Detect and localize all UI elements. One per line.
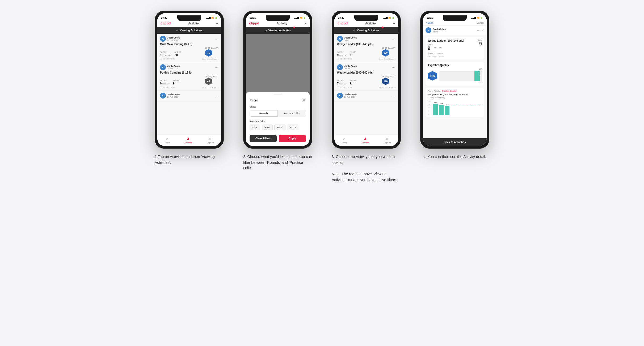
- score-group-1-2: Score 0 OUT OF: [160, 80, 169, 85]
- capture-label-1: Capture: [207, 142, 214, 144]
- activity-card-1-2[interactable]: JC Josh Coles 28 Feb 2023 ··· Putting Co…: [157, 62, 221, 91]
- rounds-toggle-2[interactable]: Rounds: [250, 110, 278, 117]
- activity-card-1-1[interactable]: JC Josh Coles 28 Feb 2023 ··· Must Make …: [157, 34, 221, 62]
- cancel-button-4[interactable]: Cancel: [477, 22, 484, 24]
- card-user-1-3: JC Josh Coles 28 Feb 2023: [160, 93, 180, 99]
- app-logo-3: clippd: [338, 21, 348, 25]
- more-dots-1-3[interactable]: ···: [215, 94, 218, 98]
- user-name-3-2: Josh Coles: [344, 65, 357, 67]
- putt-btn-2[interactable]: PUTT: [287, 125, 299, 130]
- more-dots-1-1[interactable]: ···: [215, 37, 218, 41]
- viewing-bar-2[interactable]: ⚙ Viewing Activities: [246, 27, 310, 34]
- activity-card-1-3[interactable]: JC Josh Coles 28 Feb 2023 ···: [157, 91, 221, 101]
- back-button-4[interactable]: < Back: [426, 22, 433, 24]
- ott-btn-2[interactable]: OTT: [250, 125, 260, 130]
- session-subtitle-4: ▸▸▸ Avg Shot Quality: [428, 97, 482, 99]
- user-name-1-1: Josh Coles: [167, 36, 180, 39]
- quality-label-1-1: Shot Quality: [205, 47, 218, 49]
- nav-activities-1[interactable]: ♟ Activities: [184, 137, 192, 144]
- caption-3: 3. Choose the Activity that you want to …: [332, 154, 401, 183]
- nav-home-1[interactable]: ⌂ Home: [165, 137, 170, 144]
- quality-group-3-1: Shot Quality 130: [382, 47, 395, 57]
- filter-title-2: Filter: [250, 98, 258, 102]
- filter-toggle-group-2: Rounds Practice Drills: [250, 110, 306, 117]
- capture-icon-3: ⊕: [386, 137, 389, 141]
- bottom-nav-1: ⌂ Home ♟ Activities ⊕ Capture: [157, 135, 221, 146]
- viewing-bar-3[interactable]: ⚙ Viewing Activities: [334, 27, 398, 34]
- battery-icon-4: 🔋: [480, 17, 483, 19]
- activity-title-4: Wedge Ladder (100–140 yds): [428, 39, 464, 42]
- nav-capture-1[interactable]: ⊕ Capture: [207, 137, 214, 144]
- app-title-2: Activity: [277, 22, 287, 25]
- score-label-1-1: Score: [160, 51, 171, 53]
- shots-val-4: 9: [477, 41, 482, 47]
- card-header-1-1: JC Josh Coles 28 Feb 2023 ···: [160, 36, 218, 42]
- card-footer-1-1: ⓘ Test Information Data: Clippd Capture: [160, 58, 218, 60]
- bar-val-4-3: 124: [446, 104, 448, 106]
- user-date-3-2: Today: [344, 67, 357, 70]
- capture-label-3: Capture: [384, 142, 391, 144]
- back-to-activities-btn-4[interactable]: Back to Activities: [423, 138, 487, 146]
- card-header-3-2: JC Josh Coles Today ···: [337, 64, 395, 70]
- card-header-3-1: JC Josh Coles Today ···: [337, 36, 395, 42]
- test-info-3-2: ⓘ Test Information: [337, 86, 352, 89]
- hamburger-icon-1[interactable]: ≡: [216, 22, 218, 25]
- nav-activities-3[interactable]: ♟ Activities: [361, 137, 369, 144]
- app-btn-2[interactable]: APP: [262, 125, 273, 130]
- activity-card-3-3[interactable]: JC Josh Coles 28 Feb 2023 ···: [334, 91, 398, 101]
- quality-label-3-2: Shot Quality: [382, 75, 395, 77]
- player-activity-section-4: Player Activity ▸ Practice Session Wedge…: [426, 88, 484, 117]
- close-button-2[interactable]: ✕: [302, 98, 306, 102]
- activities-icon-3: ♟: [364, 137, 367, 141]
- user-name-3-3: Josh Coles: [344, 93, 357, 96]
- arg-btn-2[interactable]: ARG: [274, 125, 285, 130]
- nav-home-3[interactable]: ⌂ Home: [342, 137, 347, 144]
- home-icon-3: ⌂: [343, 137, 345, 141]
- avatar-1-2: JC: [160, 64, 166, 70]
- quality-group-1-1: Shot Quality 75: [205, 47, 218, 57]
- signal-icon-2: ▂▄▆: [294, 17, 299, 19]
- bar-item-4-1: 132: [433, 102, 438, 115]
- expand-icon-4[interactable]: ⤢: [482, 29, 484, 32]
- chart-x-label-4: APP: [479, 82, 482, 83]
- red-dot-2: [293, 27, 295, 28]
- out-of-4: OUT OF: [434, 46, 442, 49]
- card-footer-1-2: ⓘ Test Information Data: Clippd Capture: [160, 86, 218, 89]
- practice-drills-toggle-2[interactable]: Practice Drills: [278, 110, 306, 117]
- edit-icon-4[interactable]: ✏: [477, 29, 479, 32]
- activity-card-3-2[interactable]: JC Josh Coles Today ··· Wedge Ladder (10…: [334, 62, 398, 91]
- quality-label-3-1: Shot Quality: [382, 47, 395, 49]
- user-info-3-3: Josh Coles 28 Feb 2023: [344, 93, 357, 98]
- phone-notch-1: [177, 15, 201, 21]
- card-user-3-2: JC Josh Coles Today: [337, 64, 357, 70]
- status-icons-3: ▂▄▆ 📶 🔋: [383, 17, 394, 19]
- more-dots-3-3[interactable]: ···: [392, 94, 395, 98]
- viewing-bar-1[interactable]: ⚙ Viewing Activities: [157, 27, 221, 34]
- hamburger-icon-2[interactable]: ≡: [305, 22, 306, 25]
- bottom-nav-3: ⌂ Home ♟ Activities ⊕ Capture: [334, 135, 398, 146]
- apply-btn-2[interactable]: Apply: [279, 135, 306, 142]
- activities-icon-1: ♟: [187, 137, 190, 141]
- status-icons-2: ▂▄▆ 📶 🔋: [294, 17, 306, 19]
- user-info-4: Josh Coles Today: [433, 28, 446, 33]
- activity-card-3-1[interactable]: JC Josh Coles Today ··· Wedge Ladder (10…: [334, 34, 398, 62]
- shots-label-3-2: Shots: [350, 80, 356, 82]
- phone-2: 13:21 ▂▄▆ 📶 🔋 clippd Activity ≡ ⚙: [243, 11, 312, 149]
- more-dots-3-2[interactable]: ···: [392, 65, 395, 69]
- hamburger-icon-3[interactable]: ≡: [393, 22, 395, 25]
- data-capture-1-2: Data: Clippd Capture: [202, 86, 218, 89]
- card-title-1-2: Putting Combine (3-15 ft): [160, 71, 218, 74]
- clear-filters-btn-2[interactable]: Clear Filters: [250, 135, 277, 142]
- nav-capture-3[interactable]: ⊕ Capture: [384, 137, 391, 144]
- caption-4: 4. You can then see the Activity detail.: [423, 154, 486, 160]
- quality-group-1-2: Shot Quality 45: [205, 75, 218, 85]
- activities-label-1: Activities: [184, 142, 192, 144]
- more-dots-3-1[interactable]: ···: [392, 37, 395, 41]
- mini-bars-container-4: 132 129 124: [428, 100, 482, 115]
- user-date-3-1: Today: [344, 39, 357, 41]
- score-group-3-2: Score 7 OUT OF: [337, 80, 346, 85]
- phone-screen-3: 13:20 ▂▄▆ 📶 🔋 clippd Activity ≡ ⚙: [334, 13, 398, 146]
- more-dots-1-2[interactable]: ···: [215, 65, 218, 69]
- filter-overlay-2: Filter ✕ Show Rounds Practice Drills Pra…: [246, 34, 310, 146]
- score-group-3-1: Score 9 OUT OF: [337, 51, 346, 57]
